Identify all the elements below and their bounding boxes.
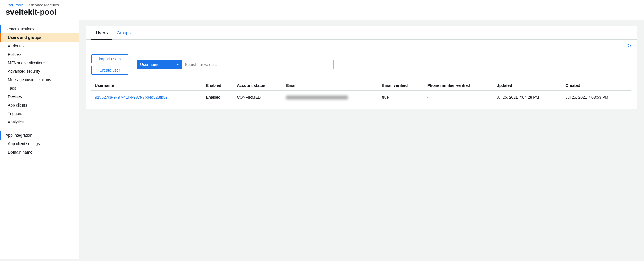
username-link[interactable]: 915527ca-9497-41c4-987f-7bb4d523fb89 (95, 95, 167, 99)
content-panel: Users Groups ↻ Import users Create user … (86, 26, 637, 109)
create-user-button[interactable]: Create user (91, 66, 128, 75)
cell-phone-verified: - (424, 91, 493, 103)
refresh-icon[interactable]: ↻ (627, 43, 631, 49)
tab-groups[interactable]: Groups (112, 26, 135, 40)
cell-email-verified: true (379, 91, 424, 103)
sidebar-item-advanced-security[interactable]: Advanced security (0, 67, 79, 76)
table-header: Username Enabled Account status Email Em… (91, 80, 631, 91)
col-updated: Updated (493, 80, 562, 91)
sidebar-item-app-client-settings[interactable]: App client settings (0, 140, 79, 148)
action-buttons: Import users Create user (91, 54, 128, 75)
main-content: Users Groups ↻ Import users Create user … (79, 20, 644, 259)
cell-account-status: CONFIRMED (233, 91, 283, 103)
sidebar-item-message-customizations[interactable]: Message customizations (0, 76, 79, 84)
col-phone-verified: Phone number verified (424, 80, 493, 91)
breadcrumb-separator: | (24, 3, 25, 7)
cell-enabled: Enabled (203, 91, 234, 103)
search-filter-select[interactable]: User name Email Phone number Name (137, 60, 182, 69)
sidebar: General settings Users and groups Attrib… (0, 20, 79, 259)
pool-name: sveltekit-pool (6, 8, 638, 17)
sidebar-item-app-clients[interactable]: App clients (0, 101, 79, 109)
users-table-wrapper: Username Enabled Account status Email Em… (86, 75, 637, 109)
sidebar-item-domain-name[interactable]: Domain name (0, 148, 79, 156)
sidebar-item-attributes[interactable]: Attributes (0, 42, 79, 50)
search-input[interactable] (182, 60, 334, 69)
user-pools-link[interactable]: User Pools (6, 3, 24, 7)
main-layout: General settings Users and groups Attrib… (0, 20, 644, 259)
col-username: Username (91, 80, 203, 91)
sidebar-item-analytics[interactable]: Analytics (0, 118, 79, 126)
search-select-wrapper: User name Email Phone number Name ▾ (137, 60, 182, 69)
sidebar-item-devices[interactable]: Devices (0, 92, 79, 101)
col-created: Created (562, 80, 631, 91)
tab-bar: Users Groups (86, 26, 637, 40)
action-bar: Import users Create user User name Email… (86, 49, 637, 75)
sidebar-item-tags[interactable]: Tags (0, 84, 79, 92)
page-header: User Pools | Federated Identities svelte… (0, 0, 644, 20)
search-area: User name Email Phone number Name ▾ (137, 60, 334, 69)
breadcrumb-secondary: Federated Identities (26, 3, 59, 7)
sidebar-section-general[interactable]: General settings (0, 25, 79, 33)
tab-users[interactable]: Users (91, 26, 112, 40)
cell-username: 915527ca-9497-41c4-987f-7bb4d523fb89 (91, 91, 203, 103)
col-account-status: Account status (233, 80, 283, 91)
cell-email (283, 91, 379, 103)
table-body: 915527ca-9497-41c4-987f-7bb4d523fb89 Ena… (91, 91, 631, 103)
col-enabled: Enabled (203, 80, 234, 91)
sidebar-item-triggers[interactable]: Triggers (0, 109, 79, 118)
col-email-verified: Email verified (379, 80, 424, 91)
users-table: Username Enabled Account status Email Em… (91, 80, 631, 103)
refresh-area: ↻ (86, 40, 637, 49)
col-email: Email (283, 80, 379, 91)
cell-created: Jul 25, 2021 7:03:53 PM (562, 91, 631, 103)
sidebar-item-users-groups[interactable]: Users and groups (0, 33, 79, 42)
email-blurred (286, 96, 348, 99)
sidebar-item-mfa[interactable]: MFA and verifications (0, 59, 79, 67)
sidebar-section-app-integration[interactable]: App integration (0, 131, 79, 140)
cell-updated: Jul 25, 2021 7:04:28 PM (493, 91, 562, 103)
breadcrumb: User Pools | Federated Identities (6, 3, 638, 7)
table-row: 915527ca-9497-41c4-987f-7bb4d523fb89 Ena… (91, 91, 631, 103)
sidebar-item-policies[interactable]: Policies (0, 50, 79, 59)
import-users-button[interactable]: Import users (91, 54, 128, 63)
sidebar-divider (0, 129, 79, 129)
